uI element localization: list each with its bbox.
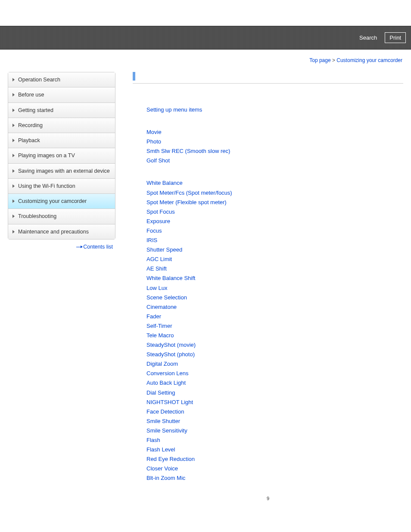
chevron-right-icon	[12, 199, 15, 203]
group3-link-8[interactable]: AGC Limit	[146, 255, 403, 264]
group3-link-3[interactable]: Spot Focus	[146, 207, 403, 217]
group3-link-31[interactable]: Blt-in Zoom Mic	[146, 473, 403, 483]
sidebar-item-7[interactable]: Using the Wi-Fi function	[8, 179, 115, 194]
group3-link-29[interactable]: Red Eye Reduction	[146, 454, 403, 464]
group3-link-27[interactable]: Flash	[146, 436, 403, 445]
group2-link-1[interactable]: Photo	[146, 137, 403, 146]
group3-link-26[interactable]: Smile Sensitivity	[146, 426, 403, 436]
link-group-1: Setting up menu items	[146, 105, 403, 115]
breadcrumb-separator: >	[331, 57, 337, 63]
chevron-right-icon	[12, 109, 15, 112]
group3-link-5[interactable]: Focus	[146, 226, 403, 236]
chevron-right-icon	[12, 230, 15, 233]
group3-link-15[interactable]: Self-Timer	[146, 321, 403, 331]
sidebar-item-label: Saving images with an external device	[18, 168, 110, 174]
group2-link-0[interactable]: Movie	[146, 128, 403, 137]
breadcrumb-current[interactable]: Customizing your camcorder	[336, 57, 402, 63]
chevron-right-icon	[12, 124, 15, 127]
group3-link-18[interactable]: SteadyShot (photo)	[146, 350, 403, 359]
group3-link-17[interactable]: SteadyShot (movie)	[146, 340, 403, 350]
chevron-right-icon	[12, 154, 15, 157]
sidebar-item-10[interactable]: Maintenance and precautions	[8, 224, 115, 239]
sidebar-item-label: Operation Search	[18, 76, 60, 83]
main-content: Setting up menu items MoviePhotoSmth Slw…	[115, 72, 403, 501]
group3-link-2[interactable]: Spot Meter (Flexible spot meter)	[146, 198, 403, 207]
group3-link-22[interactable]: Dial Setting	[146, 388, 403, 398]
group3-link-4[interactable]: Exposure	[146, 217, 403, 226]
search-button[interactable]: Search	[355, 33, 381, 43]
link-group-3: White BalanceSpot Meter/Fcs (Spot meter/…	[146, 178, 403, 483]
sidebar-item-5[interactable]: Playing images on a TV	[8, 148, 115, 163]
group3-link-23[interactable]: NIGHTSHOT Light	[146, 398, 403, 407]
contents-list-link[interactable]: Contents list	[83, 244, 113, 250]
group3-link-11[interactable]: Low Lux	[146, 283, 403, 293]
group2-link-3[interactable]: Golf Shot	[146, 156, 403, 165]
group3-link-1[interactable]: Spot Meter/Fcs (Spot meter/focus)	[146, 188, 403, 198]
sidebar-item-label: Using the Wi-Fi function	[18, 183, 75, 190]
group3-link-20[interactable]: Conversion Lens	[146, 369, 403, 378]
sidebar-wrap: Operation SearchBefore useGetting starte…	[8, 72, 115, 501]
sidebar-item-3[interactable]: Recording	[8, 118, 115, 133]
group3-link-0[interactable]: White Balance	[146, 178, 403, 188]
section-heading-bar	[133, 72, 403, 81]
group3-link-28[interactable]: Flash Level	[146, 445, 403, 454]
sidebar-item-label: Recording	[18, 122, 43, 129]
sidebar-item-label: Troubleshooting	[18, 213, 56, 220]
sidebar-item-4[interactable]: Playback	[8, 133, 115, 148]
group3-link-10[interactable]: White Balance Shift	[146, 274, 403, 283]
sidebar-item-2[interactable]: Getting started	[8, 103, 115, 118]
group3-link-6[interactable]: IRIS	[146, 236, 403, 245]
group3-link-14[interactable]: Fader	[146, 312, 403, 321]
print-button[interactable]: Print	[385, 32, 406, 43]
group3-link-21[interactable]: Auto Back Light	[146, 378, 403, 388]
breadcrumb: Top page > Customizing your camcorder	[0, 50, 411, 72]
page-number: 9	[133, 496, 403, 501]
chevron-right-icon	[12, 93, 15, 96]
sidebar-item-9[interactable]: Troubleshooting	[8, 209, 115, 224]
sidebar-item-label: Playing images on a TV	[18, 152, 75, 159]
arrow-right-icon	[76, 247, 82, 247]
sidebar-item-label: Before use	[18, 91, 44, 98]
sidebar-item-label: Playback	[18, 137, 40, 144]
group3-link-24[interactable]: Face Detection	[146, 407, 403, 417]
chevron-right-icon	[12, 78, 15, 81]
link-group-2: MoviePhotoSmth Slw REC (Smooth slow rec)…	[146, 128, 403, 165]
chevron-right-icon	[12, 215, 15, 218]
group1-link-0[interactable]: Setting up menu items	[146, 105, 403, 115]
sidebar-item-6[interactable]: Saving images with an external device	[8, 164, 115, 179]
group3-link-7[interactable]: Shutter Speed	[146, 245, 403, 255]
chevron-right-icon	[12, 139, 15, 142]
section-rule	[133, 83, 403, 84]
sidebar-item-label: Customizing your camcorder	[18, 198, 87, 205]
group3-link-13[interactable]: Cinematone	[146, 302, 403, 312]
sidebar-item-1[interactable]: Before use	[8, 87, 115, 103]
group3-link-16[interactable]: Tele Macro	[146, 331, 403, 340]
sidebar-item-label: Maintenance and precautions	[18, 228, 89, 235]
group2-link-2[interactable]: Smth Slw REC (Smooth slow rec)	[146, 146, 403, 156]
header-bar: Search Print	[0, 26, 411, 50]
sidebar-item-0[interactable]: Operation Search	[8, 72, 115, 87]
sidebar-item-8[interactable]: Customizing your camcorder	[8, 194, 115, 209]
contents-list-row: Contents list	[8, 240, 115, 254]
chevron-right-icon	[12, 184, 15, 188]
group3-link-12[interactable]: Scene Selection	[146, 293, 403, 302]
group3-link-25[interactable]: Smile Shutter	[146, 417, 403, 426]
group3-link-19[interactable]: Digital Zoom	[146, 359, 403, 369]
chevron-right-icon	[12, 169, 15, 173]
sidebar-item-label: Getting started	[18, 107, 53, 114]
breadcrumb-top-page[interactable]: Top page	[309, 57, 330, 63]
group3-link-9[interactable]: AE Shift	[146, 264, 403, 274]
group3-link-30[interactable]: Closer Voice	[146, 464, 403, 473]
sidebar: Operation SearchBefore useGetting starte…	[8, 72, 115, 240]
